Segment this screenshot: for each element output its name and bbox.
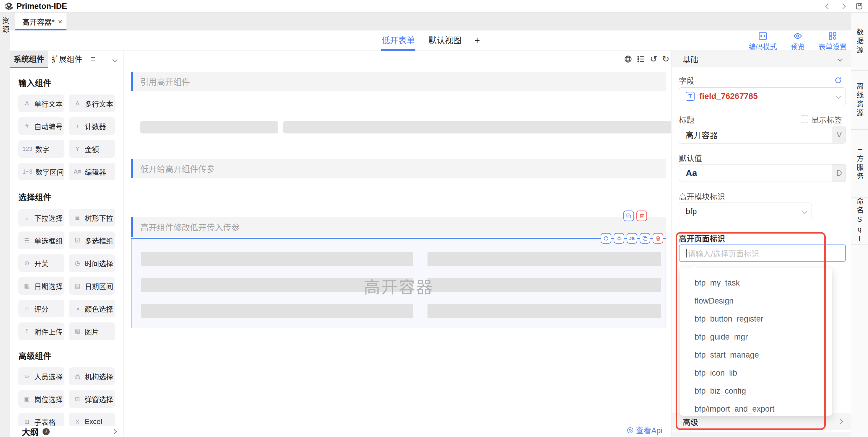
delete-button[interactable] <box>653 233 663 244</box>
default-value-input[interactable]: Aa D <box>679 164 846 182</box>
component-item[interactable]: 品机构选择 <box>69 367 115 385</box>
component-item[interactable]: 1~3数字区间 <box>18 163 64 180</box>
left-dock-strip: 资源 <box>0 13 10 437</box>
dropdown-option[interactable]: bfp_button_register <box>680 310 832 328</box>
form-settings-button[interactable]: 表单设置 <box>818 32 847 52</box>
collapse-palette-icon[interactable] <box>113 57 118 62</box>
outline-bar[interactable]: 大纲 i <box>10 426 123 437</box>
add-view-button[interactable]: + <box>474 35 480 46</box>
component-item[interactable]: A≡编辑器 <box>69 163 115 180</box>
component-item[interactable]: 123数字 <box>18 140 64 158</box>
component-icon: ⊞ <box>23 418 31 425</box>
component-icon: 品 <box>73 372 82 380</box>
show-label-checkbox[interactable] <box>801 115 808 123</box>
view-api-label: 查看Api <box>636 424 662 435</box>
component-label: 弹窗选择 <box>85 394 113 404</box>
outline-tree-icon[interactable] <box>637 55 645 63</box>
dropdown-option[interactable]: bfp_my_task <box>680 274 832 292</box>
right-dock-tab[interactable]: 离线资源 <box>851 71 868 130</box>
component-item[interactable]: ▣岗位选择 <box>18 390 64 408</box>
tab-extended-components[interactable]: 扩展组件 <box>48 51 86 68</box>
right-dock-tab[interactable]: 三方服务 <box>851 130 868 198</box>
undo-icon[interactable]: ↺ <box>650 55 657 63</box>
dropdown-option[interactable]: bfp_guide_mgr <box>680 328 832 346</box>
component-item[interactable]: #自动编号 <box>18 117 64 135</box>
style-section-header[interactable]: 样式 <box>672 432 851 437</box>
title-input[interactable]: 高开容器 V <box>679 126 846 143</box>
dropdown-option[interactable]: bfp_start_manage <box>680 346 832 364</box>
component-item[interactable]: ▤日期区间 <box>69 277 115 295</box>
dropdown-option[interactable]: bfp_biz_config <box>680 382 832 400</box>
component-item[interactable]: ☑多选框组 <box>69 232 115 249</box>
component-item[interactable]: ¥金额 <box>69 140 115 158</box>
forward-icon[interactable] <box>840 3 846 9</box>
sidebar-item-resources[interactable]: 资源 <box>0 17 10 35</box>
api-target-icon: ◎ <box>627 425 634 434</box>
tab-close-icon[interactable]: × <box>58 17 62 26</box>
tab-default-view[interactable]: 默认视图 <box>428 30 462 51</box>
component-label: 岗位选择 <box>34 394 63 404</box>
trash-icon <box>639 213 645 219</box>
component-item[interactable]: ▧图片 <box>69 323 115 340</box>
module-id-select[interactable]: bfp <box>679 203 812 220</box>
tab-system-components[interactable]: 系统组件 <box>10 51 48 68</box>
placeholder-field[interactable] <box>283 121 671 133</box>
component-item[interactable]: ⊙开关 <box>18 254 64 272</box>
settings-button[interactable] <box>614 233 624 244</box>
component-label: 机构选择 <box>85 371 113 381</box>
expand-outline-icon[interactable] <box>112 429 117 434</box>
component-item[interactable]: ±计数器 <box>69 117 115 135</box>
component-item[interactable]: ≣树形下拉 <box>69 209 115 227</box>
save-icon[interactable] <box>855 2 863 10</box>
section-hk-modifies-params[interactable]: 高开组件修改低开传入传参 <box>131 217 666 237</box>
component-item[interactable]: ↥附件上传 <box>18 323 64 340</box>
show-label-toggle[interactable]: 显示标签 <box>801 114 842 125</box>
field-select[interactable]: T field_76267785 <box>679 88 846 105</box>
copy-button[interactable] <box>623 210 634 221</box>
selected-hk-container-component[interactable]: JS 高开容器 <box>131 238 666 328</box>
component-item[interactable]: ▦日期选择 <box>18 277 64 295</box>
page-id-input[interactable]: 请输入/选择页面标识 <box>679 244 846 262</box>
component-item[interactable]: ☆评分 <box>18 300 64 317</box>
component-item[interactable]: ☰单选框组 <box>18 232 64 249</box>
copy-button[interactable] <box>640 233 650 244</box>
js-event-button[interactable]: JS <box>627 233 637 244</box>
component-item[interactable]: ⊡弹窗选择 <box>69 390 115 408</box>
gear-icon <box>616 236 622 241</box>
delete-button[interactable] <box>637 210 647 221</box>
component-label: 计数器 <box>85 121 106 131</box>
preview-button[interactable]: 预览 <box>790 32 805 52</box>
list-view-icon[interactable]: ☰ <box>90 56 95 63</box>
component-item[interactable]: ◷时间选择 <box>69 254 115 272</box>
redo-icon[interactable]: ↻ <box>662 55 670 63</box>
component-item[interactable]: A单行文本 <box>18 95 64 112</box>
default-value-text: Aa <box>686 168 697 178</box>
basic-section-header[interactable]: 基础 <box>672 51 851 67</box>
tab-gaokai-container[interactable]: 高开容器* × <box>16 13 66 30</box>
tab-lowcode-form[interactable]: 低开表单 <box>381 30 415 51</box>
right-dock-tab[interactable]: 命名Sql <box>851 198 868 245</box>
component-item[interactable]: ◑颜色选择 <box>69 300 115 317</box>
view-api-link[interactable]: ◎ 查看Api <box>627 424 662 435</box>
style-section-title: 样式 <box>683 435 698 437</box>
dropdown-option[interactable]: flowDesign <box>680 292 832 310</box>
title-variable-button[interactable]: V <box>833 126 845 143</box>
component-item[interactable]: ☺人员选择 <box>18 367 64 385</box>
i18n-globe-icon[interactable] <box>624 55 632 63</box>
component-item[interactable]: A多行文本 <box>69 95 115 112</box>
section-pass-params-to-hk[interactable]: 低开给高开组件传参 <box>131 159 666 178</box>
preview-label: 预览 <box>790 41 805 52</box>
component-label: Excel <box>85 417 102 426</box>
section-reference-hk-component[interactable]: 引用高开组件 <box>131 72 666 91</box>
refresh-field-icon[interactable] <box>834 76 842 84</box>
component-item[interactable]: ⌄下拉选择 <box>18 209 64 227</box>
back-icon[interactable] <box>825 3 831 9</box>
sync-button[interactable] <box>601 233 611 244</box>
code-mode-button[interactable]: 编码模式 <box>749 32 777 52</box>
default-value-dynamic-button[interactable]: D <box>833 165 845 181</box>
component-label: 子表格 <box>34 416 56 427</box>
dropdown-option[interactable]: bfp/import_and_export <box>680 400 832 418</box>
dropdown-option[interactable]: bfp_icon_lib <box>680 364 832 382</box>
placeholder-field[interactable] <box>140 121 278 133</box>
right-dock-tab[interactable]: 数据源 <box>851 13 868 71</box>
